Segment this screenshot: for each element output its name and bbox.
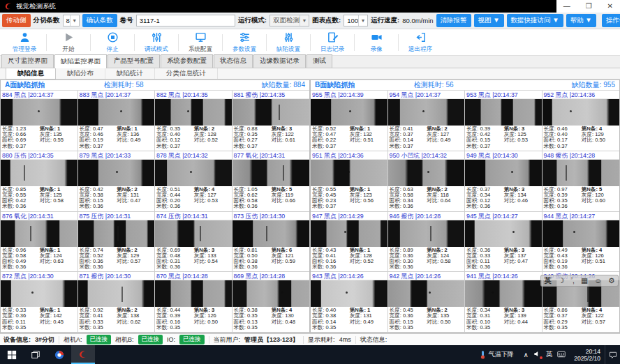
defect-thumbnail[interactable] — [78, 280, 155, 307]
defect-cell[interactable]: 879 黑点 |20:14:33长度: 0.42宽度: 0.38面积: 0.15… — [78, 151, 156, 212]
defect-thumbnail[interactable] — [232, 99, 310, 126]
operator-side-button[interactable]: 操作侧 — [602, 14, 620, 27]
defect-cell[interactable]: 871 擦伤 |20:14:30长度: 0.92宽度: 0.41面积: 0.33… — [78, 272, 156, 333]
defect-thumbnail[interactable] — [1, 99, 78, 126]
tab-1[interactable]: 尺寸监控界面 — [1, 54, 54, 68]
defect-cell[interactable]: 943 黑点 |20:14:26长度: 0.40宽度: 0.38面积: 0.14… — [311, 272, 388, 333]
defect-thumbnail[interactable] — [232, 280, 310, 307]
tab-3[interactable]: 产品型号配置 — [108, 54, 160, 68]
defect-cell[interactable]: 951 黑点 |20:14:36长度: 0.55宽度: 0.45面积: 0.23… — [311, 151, 388, 212]
defect-thumbnail[interactable] — [542, 220, 620, 247]
taskbar-app-inspection-system[interactable] — [71, 345, 95, 364]
taskbar-app-browser[interactable] — [47, 345, 71, 364]
toolbar-button-camera[interactable]: 录像 — [355, 31, 398, 54]
toolbar-button-exit[interactable]: 退出程序 — [399, 31, 442, 54]
toolbar-button-defects[interactable]: 缺陷设置 — [267, 31, 310, 54]
drive-side-button[interactable]: 传动侧 — [2, 14, 31, 27]
view-menu-button[interactable]: 视图 ▼ — [474, 14, 504, 27]
defect-cell[interactable]: 870 黑点 |20:14:28长度: 0.44宽度: 0.39面积: 0.16… — [155, 272, 232, 333]
toolbar-button-play[interactable]: 开始 — [47, 31, 90, 54]
defect-thumbnail[interactable] — [465, 220, 542, 247]
defect-thumbnail[interactable] — [465, 280, 542, 307]
defect-thumbnail[interactable] — [465, 99, 542, 126]
defect-cell[interactable]: 953 黑点 |20:14:37长度: 0.39宽度: 0.42面积: 0.15… — [465, 91, 542, 151]
toolbar-button-debug[interactable]: 调试模式 — [135, 31, 178, 54]
tray-expand-caret[interactable]: ∧ — [524, 351, 529, 358]
defect-cell[interactable]: 950 小凹坑 |20:14:32长度: 0.63宽度: 0.58面积: 0.3… — [388, 151, 466, 212]
defect-cell[interactable]: 945 黑点 |20:14:27长度: 0.36宽度: 0.33面积: 0.11… — [465, 212, 542, 273]
emoji-icon[interactable]: ☺ — [594, 275, 602, 286]
defect-cell[interactable]: 881 擦伤 |20:14:35长度: 0.88宽度: 0.35面积: 0.27… — [232, 91, 310, 151]
defect-cell[interactable]: 949 黑点 |20:14:30长度: 0.37宽度: 0.34面积: 0.12… — [465, 151, 542, 212]
defect-cell[interactable]: 869 黑点 |20:14:28长度: 0.38宽度: 0.35面积: 0.13… — [232, 272, 310, 333]
defect-cell[interactable]: 944 黑点 |20:14:27长度: 0.49宽度: 0.43面积: 0.19… — [542, 212, 620, 273]
defect-thumbnail[interactable] — [1, 220, 78, 247]
defect-thumbnail[interactable] — [388, 280, 465, 307]
defect-thumbnail[interactable] — [155, 280, 232, 307]
ime-lang-toggle[interactable]: 英 — [545, 275, 552, 286]
defect-cell[interactable]: 877 氧化 |20:14:31长度: 1.05宽度: 0.62面积: 0.58… — [232, 151, 310, 212]
defect-cell[interactable]: 874 压伤 |20:14:31长度: 0.69宽度: 0.48面积: 0.31… — [155, 212, 232, 273]
defect-thumbnail[interactable] — [542, 160, 620, 186]
defect-thumbnail[interactable] — [388, 99, 465, 126]
tab-5[interactable]: 状态信息 — [214, 54, 253, 68]
defect-thumbnail[interactable] — [155, 220, 232, 247]
weather-widget[interactable]: 气温下降 — [474, 350, 519, 359]
toolbar-button-log[interactable]: 日志记录 — [311, 31, 354, 54]
tab-4[interactable]: 系统参数配置 — [161, 54, 213, 68]
help-menu-button[interactable]: 帮助 ▼ — [566, 14, 596, 27]
toolbar-button-stop[interactable]: 停止 — [91, 31, 134, 54]
tab-4[interactable]: 分类信息统计 — [155, 68, 218, 79]
defect-thumbnail[interactable] — [1, 160, 78, 186]
slit-count-select[interactable]: 8▼ — [63, 15, 80, 26]
defect-thumbnail[interactable] — [155, 99, 232, 126]
defect-cell[interactable]: 883 黑点 |20:14:37长度: 0.47宽度: 0.46面积: 0.19… — [78, 91, 156, 151]
defect-cell[interactable]: 946 擦伤 |20:14:28长度: 0.89宽度: 0.36面积: 0.30… — [388, 212, 466, 273]
defect-thumbnail[interactable] — [311, 220, 388, 247]
defect-cell[interactable]: 884 黑点 |20:14:37长度: 1.23宽度: 0.66面积: 0.69… — [1, 91, 78, 151]
toolbar-button-user[interactable]: 管理登录 — [3, 31, 46, 54]
close-button[interactable]: ✕ — [607, 0, 613, 13]
symbol-grid-icon[interactable]: ▦ — [581, 275, 588, 286]
defect-cell[interactable]: 952 黑点 |20:14:36长度: 0.46宽度: 0.40面积: 0.17… — [542, 91, 620, 151]
defect-thumbnail[interactable] — [78, 99, 155, 126]
maximize-button[interactable]: ❐ — [586, 0, 592, 13]
clear-alarm-button[interactable]: 清除报警 — [436, 14, 471, 27]
defect-cell[interactable]: 954 黑点 |20:14:37长度: 0.41宽度: 0.37面积: 0.14… — [388, 91, 466, 151]
punctuation-toggle[interactable]: ’, — [571, 275, 575, 286]
defect-cell[interactable]: 941 黑点 |20:14:26长度: 0.34宽度: 0.31面积: 0.10… — [465, 272, 542, 333]
defect-thumbnail[interactable] — [232, 220, 310, 247]
defect-thumbnail[interactable] — [388, 160, 465, 186]
chart-points-select[interactable]: 100▼ — [344, 15, 368, 26]
ime-settings-gear-icon[interactable]: ⚙ — [608, 275, 614, 286]
defect-thumbnail[interactable] — [78, 160, 155, 186]
defect-thumbnail[interactable] — [311, 99, 388, 126]
defect-thumbnail[interactable] — [542, 99, 620, 126]
action-center-button[interactable] — [605, 345, 620, 364]
tab-7[interactable]: 测试 — [307, 54, 332, 68]
run-mode-select[interactable]: 双面检测▼ — [270, 15, 309, 26]
tab-3[interactable]: 缺陷统计 — [105, 68, 155, 79]
defect-thumbnail[interactable] — [311, 280, 388, 307]
defect-cell[interactable]: 948 擦伤 |20:14:28长度: 0.97宽度: 0.39面积: 0.35… — [542, 151, 620, 212]
start-button[interactable] — [0, 345, 24, 364]
moon-icon[interactable]: ☽ — [558, 275, 564, 286]
defect-thumbnail[interactable] — [311, 160, 388, 186]
defect-thumbnail[interactable] — [465, 160, 542, 186]
quick-access-menu-button[interactable]: 数据快捷访问 ▼ — [507, 14, 563, 27]
defect-cell[interactable]: 880 压伤 |20:14:35长度: 0.85宽度: 0.55面积: 0.42… — [1, 151, 78, 212]
defect-cell[interactable]: 872 黑点 |20:14:30长度: 0.33宽度: 0.36面积: 0.11… — [1, 272, 78, 333]
volume-icon[interactable] — [533, 350, 541, 359]
defect-cell[interactable]: 942 黑点 |20:14:26长度: 0.45宽度: 0.36面积: 0.15… — [388, 272, 466, 333]
tab-1[interactable]: 缺陷信息 — [6, 68, 56, 79]
ime-language-indicator[interactable]: 英 — [546, 350, 553, 359]
roll-number-input[interactable] — [136, 15, 235, 26]
defect-cell[interactable]: 955 黑点 |20:14:39长度: 0.52宽度: 0.47面积: 0.22… — [311, 91, 388, 151]
tab-2[interactable]: 缺陷分布 — [56, 68, 105, 79]
tab-2[interactable]: 缺陷监控界面 — [54, 54, 107, 68]
defect-cell[interactable]: 878 黑点 |20:14:32长度: 0.51宽度: 0.44面积: 0.20… — [155, 151, 232, 212]
defect-thumbnail[interactable] — [1, 280, 78, 307]
keyboard-icon[interactable] — [557, 351, 566, 359]
defect-thumbnail[interactable] — [232, 160, 310, 186]
toolbar-button-monitor[interactable]: 系统配置 — [179, 31, 222, 54]
